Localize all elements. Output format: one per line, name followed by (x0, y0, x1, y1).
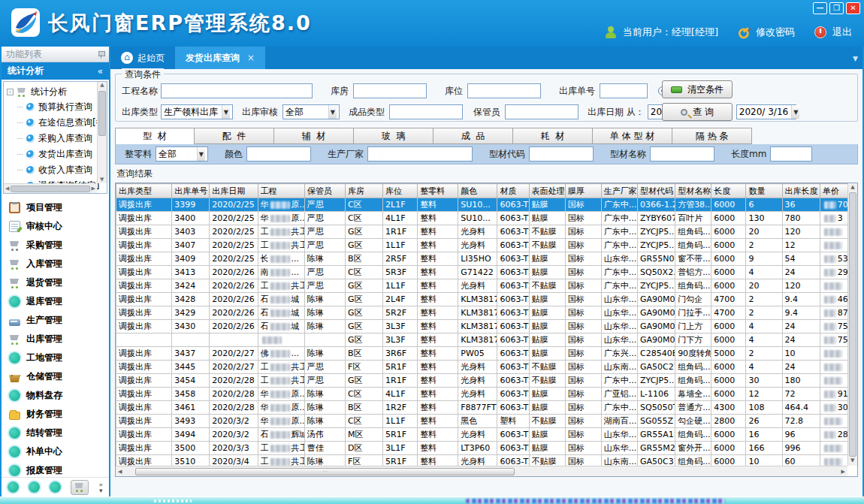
clear-conditions-button[interactable]: 清空条件 (662, 80, 733, 98)
column-header[interactable]: 长度 (711, 184, 746, 198)
sidebar-item-财务管理[interactable]: 财务管理 (2, 405, 109, 424)
column-header[interactable]: 出库日期 (210, 184, 258, 198)
product-type-input[interactable] (389, 104, 463, 119)
sidebar-item-生产管理[interactable]: 生产管理 (2, 311, 109, 330)
collapsed-item-icon[interactable] (50, 481, 61, 493)
material-tab[interactable]: 隔 热 条 (672, 128, 752, 144)
table-row[interactable]: 调拨出库34032020/2/25工共工程严思G区1R1F整料光身料6063-T… (116, 225, 848, 239)
search-button[interactable]: 查 询 (662, 103, 733, 121)
tab-close-icon[interactable]: × (247, 53, 255, 63)
tree-root-node[interactable]: - 统计分析 (7, 84, 105, 99)
table-row[interactable]: 调拨出库34582020/2/28华原...陈琳C区4L1F整料光身料6063-… (116, 388, 848, 401)
tree-item[interactable]: 预算执行查询 (17, 99, 105, 115)
project-name-input[interactable] (161, 83, 313, 98)
sidebar-item-物料盘存[interactable]: 物料盘存 (2, 386, 109, 405)
tree-item[interactable]: 在途信息查询[待 (17, 115, 105, 131)
maximize-button[interactable]: ❐ (829, 2, 844, 14)
table-row[interactable]: 调拨出库34932020/3/2华原...陈琳C区1L1F整料黑色塑料不贴膜国标… (116, 415, 848, 428)
tree-expander-icon[interactable]: - (7, 89, 14, 95)
table-row[interactable]: 调拨出库34542020/2/28工共工程严思G区1R1F整料光身料6063-T… (116, 374, 848, 388)
minimize-button[interactable]: — (813, 2, 827, 14)
filter-input[interactable] (246, 146, 311, 161)
tree-item[interactable]: 收货入库查询 (17, 162, 105, 178)
table-row[interactable]: 调拨出库34292020/2/26石城陈琳G区5R2F整料KLM38176063… (116, 306, 848, 320)
sidebar-item-退库管理[interactable]: 退库管理 (2, 292, 109, 311)
warehouse-input[interactable] (353, 83, 427, 98)
sidebar-item-仓储管理[interactable]: 仓储管理 (2, 367, 109, 386)
sidebar-item-审核中心[interactable]: 审核中心 (2, 217, 109, 236)
filter-input[interactable] (650, 146, 714, 161)
collapse-icon[interactable]: « (98, 66, 103, 77)
column-header[interactable]: 型材名称 (675, 184, 711, 198)
tab-overflow-icon[interactable]: ▼ (853, 55, 858, 62)
audit-select[interactable]: 全部▼ (282, 104, 340, 119)
material-tab[interactable]: 耗 材 (513, 128, 593, 144)
column-header[interactable]: 整零料 (418, 184, 458, 198)
material-tab[interactable]: 玻 璃 (354, 128, 434, 144)
column-header[interactable]: 库房 (345, 184, 382, 198)
tab-home[interactable]: ⌂ 起始页 (110, 47, 175, 69)
column-header[interactable]: 单价 (820, 184, 847, 198)
material-tab[interactable]: 辅 材 (274, 128, 354, 144)
column-header[interactable]: 材质 (497, 184, 529, 198)
column-header[interactable]: 膜厚 (565, 184, 601, 198)
column-header[interactable]: 表面处理 (529, 184, 565, 198)
order-no-input[interactable] (600, 83, 648, 98)
change-password-link[interactable]: 修改密码 (756, 26, 795, 39)
filter-input[interactable] (770, 146, 812, 161)
table-row[interactable]: 调拨出库34242020/2/26工共工程严思G区1L1F整料光身料6063-T… (116, 279, 848, 293)
table-row[interactable]: 调拨出库34452020/2/27工共工程严思F区5R1F整料光身料6063-T… (116, 361, 848, 374)
table-row[interactable]: 调拨出库34002020/2/25华原...严思C区4L1F整料SU10...6… (116, 212, 848, 225)
filter-input[interactable] (367, 146, 473, 161)
sidebar-item-项目管理[interactable]: 项目管理 (2, 198, 109, 217)
collapsed-item-icon[interactable] (29, 481, 40, 493)
column-header[interactable]: 保管员 (304, 184, 345, 198)
table-row[interactable]: 调拨出库35102020/3/4工共工程陈琳F区5R1F整料光身料6063-T5… (116, 455, 848, 466)
table-row[interactable]: 调拨出库34132020/2/26南...严思C区5R3F整料G71422606… (116, 266, 848, 279)
filter-select[interactable]: 全部▼ (156, 146, 208, 161)
collapsed-item-icon[interactable] (8, 481, 19, 493)
sidebar-item-退货管理[interactable]: 退货管理 (2, 273, 109, 292)
location-input[interactable] (467, 83, 541, 98)
pin-icon[interactable] (98, 50, 104, 59)
column-header[interactable]: 库位 (383, 184, 418, 198)
sidebar-item-入库管理[interactable]: 入库管理 (2, 255, 109, 273)
column-header[interactable]: 颜色 (458, 184, 497, 198)
table-row[interactable]: G区3L3F整料KLM38176063-T5贴膜国标山东华...GA90M09.… (116, 333, 848, 347)
keeper-input[interactable] (505, 104, 579, 119)
grid-vertical-scrollbar[interactable]: ▲▼ (847, 183, 857, 466)
table-row[interactable]: 调拨出库34942020/3/2石辉城汤伟M区5R1F整料光身料6063-T5贴… (116, 428, 848, 442)
material-tab[interactable]: 型 材 (115, 128, 195, 145)
table-row[interactable]: 调拨出库34302020/2/26石城陈琳G区3L3F整料KLM38176063… (116, 320, 848, 333)
tab-shipment-query[interactable]: 发货出库查询 × (175, 47, 265, 69)
material-tab[interactable]: 单 体 型 材 (593, 128, 672, 144)
column-header[interactable]: 生产厂家 (601, 184, 637, 198)
tree-item[interactable]: 发货出库查询 (17, 146, 105, 162)
sidebar-item-出库管理[interactable]: 出库管理 (2, 330, 109, 349)
table-row[interactable]: 调拨出库34072020/2/25工共工程严思G区1L1F整料光身料6063-T… (116, 239, 848, 252)
date-to-picker[interactable]: 2020/ 3/16▼ (736, 104, 796, 119)
table-row[interactable]: 调拨出库34612020/2/28华原...陈琳B区1R2F整料F8877FT6… (116, 401, 848, 415)
column-header[interactable]: 出库类型 (116, 184, 172, 198)
column-header[interactable]: 工程 (258, 184, 304, 198)
table-row[interactable]: 调拨出库33992020/2/25华原...严思C区2L1F整料SU10...6… (116, 198, 848, 212)
column-header[interactable]: 数量 (746, 184, 782, 198)
column-header[interactable]: 出库单号 (172, 184, 210, 198)
table-row[interactable]: 调拨出库34092020/2/25长...陈琳B区2R5F整料LI35HO606… (116, 252, 848, 266)
outbound-type-select[interactable]: 生产领料出库▼ (161, 104, 233, 119)
column-header[interactable]: 型材代码 (637, 184, 675, 198)
logout-link[interactable]: 退出 (832, 26, 852, 39)
tree-horizontal-scrollbar[interactable]: ◀▶ (4, 183, 97, 193)
sidebar-item-补单中心[interactable]: 补单中心 (2, 442, 109, 461)
table-row[interactable]: 调拨出库34282020/2/26石城陈琳G区2L4F整料KLM38176063… (116, 293, 848, 306)
filter-input[interactable] (529, 146, 594, 161)
collapsed-cart-button[interactable] (71, 480, 89, 495)
column-header[interactable]: 出库长度 (782, 184, 820, 198)
close-button[interactable]: ✕ (846, 2, 860, 14)
material-tab[interactable]: 成 品 (434, 128, 513, 144)
sidebar-item-采购管理[interactable]: 采购管理 (2, 236, 109, 255)
tree-item[interactable]: 采购入库查询 (17, 131, 105, 146)
tree-vertical-scrollbar[interactable]: ▲▼ (97, 82, 107, 183)
sidebar-item-结转管理[interactable]: 结转管理 (2, 424, 109, 442)
sidebar-item-报废管理[interactable]: 报废管理 (2, 461, 109, 477)
